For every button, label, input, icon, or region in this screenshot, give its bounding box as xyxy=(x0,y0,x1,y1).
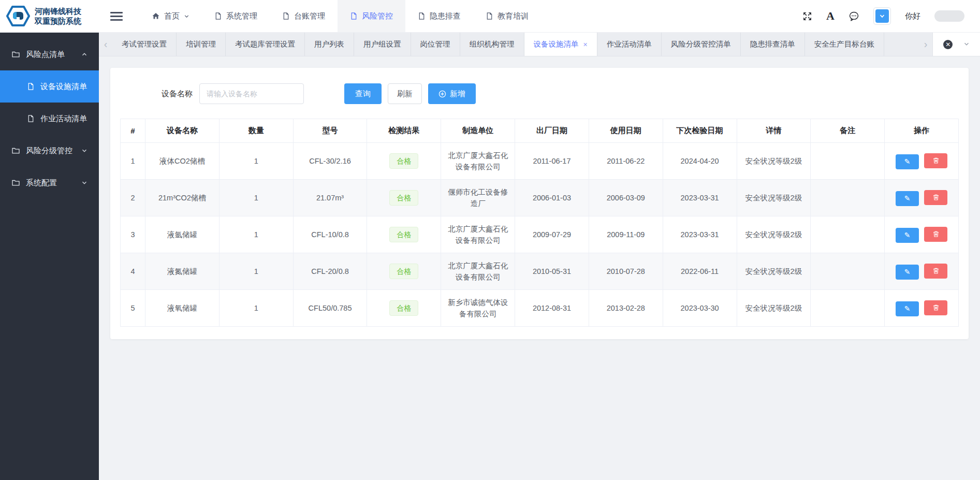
nav-home[interactable]: 首页 xyxy=(139,0,202,32)
sidebar-group-label: 系统配置 xyxy=(26,178,57,188)
cell-index: 4 xyxy=(121,253,145,290)
add-button[interactable]: 新增 xyxy=(428,83,476,104)
tab-actions: ✕ xyxy=(932,33,980,56)
top-bar: 河南锋线科技 双重预防系统 首页 系统管理 台账管理 xyxy=(0,0,980,33)
edit-button[interactable]: ✎ xyxy=(896,301,919,316)
tab-hazard-inspection-list[interactable]: 隐患排查清单 xyxy=(741,33,805,56)
nav-education-training[interactable]: 教育培训 xyxy=(473,0,541,32)
tab-work-activity-list[interactable]: 作业活动清单 xyxy=(597,33,662,56)
sidebar-item-equipment-facility-list[interactable]: 设备设施清单 xyxy=(0,70,99,103)
edit-button[interactable]: ✎ xyxy=(896,228,919,243)
table-header-row: # 设备名称 数量 型号 检测结果 制造单位 出厂日期 使用日期 下次检验日期 … xyxy=(121,119,959,143)
sidebar-group-risk-point-list[interactable]: 风险点清单 xyxy=(0,38,99,70)
sidebar-item-label: 作业活动清单 xyxy=(40,114,87,124)
nav-system-management[interactable]: 系统管理 xyxy=(202,0,270,32)
file-icon xyxy=(27,114,35,123)
cell-factory-date: 2009-07-29 xyxy=(515,216,589,253)
cell-factory-date: 2006-01-03 xyxy=(515,180,589,216)
font-size-icon[interactable]: A xyxy=(826,9,835,23)
cell-test-result: 合格 xyxy=(367,216,441,253)
app-title: 河南锋线科技 双重预防系统 xyxy=(35,6,81,26)
cell-quantity: 1 xyxy=(219,216,293,253)
table-row: 4 液氮储罐 1 CFL-20/0.8 合格 北京广厦大鑫石化设备有限公司 20… xyxy=(121,253,959,290)
tab-position-management[interactable]: 岗位管理 xyxy=(411,33,460,56)
tab-user-group[interactable]: 用户组设置 xyxy=(354,33,411,56)
nav-label: 风险管控 xyxy=(362,11,393,21)
pencil-icon: ✎ xyxy=(904,157,911,166)
tab-equipment-facility-list[interactable]: 设备设施清单 × xyxy=(524,33,597,56)
cell-detail: 安全状况等级2级 xyxy=(737,143,811,180)
delete-button[interactable] xyxy=(924,300,947,315)
device-name-input[interactable] xyxy=(199,83,304,104)
filter-row: 设备名称 查询 刷新 新增 xyxy=(162,83,959,104)
cell-quantity: 1 xyxy=(219,290,293,327)
tab-exam-management[interactable]: 考试管理设置 xyxy=(112,33,177,56)
close-all-tabs-icon[interactable]: ✕ xyxy=(943,40,953,49)
chevron-down-icon xyxy=(81,147,87,155)
refresh-button[interactable]: 刷新 xyxy=(388,83,422,104)
search-button[interactable]: 查询 xyxy=(344,83,382,104)
cell-operations: ✎ xyxy=(885,216,959,253)
tab-scroll-right-icon[interactable]: › xyxy=(919,33,932,56)
edit-button[interactable]: ✎ xyxy=(896,154,919,169)
col-detail: 详情 xyxy=(737,119,811,143)
trash-icon xyxy=(932,157,940,164)
nav-hazard-inspection[interactable]: 隐患排查 xyxy=(405,0,473,32)
app-logo: 河南锋线科技 双重预防系统 xyxy=(0,5,99,27)
tab-user-list[interactable]: 用户列表 xyxy=(305,33,354,56)
nav-ledger-management[interactable]: 台账管理 xyxy=(270,0,338,32)
folder-icon xyxy=(11,147,20,155)
edit-button[interactable]: ✎ xyxy=(896,265,919,280)
nav-label: 首页 xyxy=(164,11,180,21)
nav-risk-control[interactable]: 风险管控 xyxy=(338,0,405,32)
chevron-up-icon xyxy=(81,50,87,59)
sidebar-group-risk-grading-control[interactable]: 风险分级管控 xyxy=(0,135,99,167)
content-area: 设备名称 查询 刷新 新增 xyxy=(99,56,980,480)
status-badge: 合格 xyxy=(389,300,418,316)
delete-button[interactable] xyxy=(924,153,947,168)
file-icon xyxy=(214,12,222,20)
tab-org-management[interactable]: 组织机构管理 xyxy=(460,33,524,56)
tab-risk-grading-list[interactable]: 风险分级管控清单 xyxy=(662,33,741,56)
file-icon xyxy=(27,82,35,91)
cell-test-result: 合格 xyxy=(367,143,441,180)
cell-index: 5 xyxy=(121,290,145,327)
cell-operations: ✎ xyxy=(885,180,959,216)
message-icon[interactable] xyxy=(849,11,859,22)
folder-icon xyxy=(11,179,20,187)
nav-label: 隐患排查 xyxy=(430,11,461,21)
cell-remark xyxy=(811,143,885,180)
cell-model: CFL-10/0.8 xyxy=(293,216,367,253)
sidebar-group-system-config[interactable]: 系统配置 xyxy=(0,167,99,199)
cell-test-result: 合格 xyxy=(367,180,441,216)
username-redacted xyxy=(934,10,964,22)
cell-detail: 安全状况等级2级 xyxy=(737,180,811,216)
delete-button[interactable] xyxy=(924,190,947,205)
fullscreen-icon[interactable] xyxy=(802,11,812,21)
tab-training-management[interactable]: 培训管理 xyxy=(177,33,226,56)
col-quantity: 数量 xyxy=(219,119,293,143)
edit-button[interactable]: ✎ xyxy=(896,191,919,206)
table-row: 3 液氩储罐 1 CFL-10/0.8 合格 北京广厦大鑫石化设备有限公司 20… xyxy=(121,216,959,253)
cell-operations: ✎ xyxy=(885,143,959,180)
tab-safety-target-ledger[interactable]: 安全生产目标台账 xyxy=(805,33,884,56)
menu-toggle-icon[interactable] xyxy=(110,12,123,21)
cell-quantity: 1 xyxy=(219,180,293,216)
chevron-down-icon[interactable] xyxy=(963,40,970,49)
user-dropdown[interactable] xyxy=(873,7,891,25)
cell-index: 3 xyxy=(121,216,145,253)
nav-label: 教育培训 xyxy=(498,11,529,21)
tab-scroll-left-icon[interactable]: ‹ xyxy=(99,33,112,56)
tab-bar: ‹ 考试管理设置 培训管理 考试题库管理设置 用户列表 用户组设置 岗位管理 组… xyxy=(99,33,980,56)
cell-remark xyxy=(811,253,885,290)
col-test-result: 检测结果 xyxy=(367,119,441,143)
cell-model: CFL-30/2.16 xyxy=(293,143,367,180)
home-icon xyxy=(152,12,160,20)
tab-question-bank[interactable]: 考试题库管理设置 xyxy=(226,33,305,56)
delete-button[interactable] xyxy=(924,264,947,279)
delete-button[interactable] xyxy=(924,227,947,242)
cell-remark xyxy=(811,216,885,253)
close-icon[interactable]: × xyxy=(583,40,588,49)
file-icon xyxy=(418,12,426,20)
sidebar-item-work-activity-list[interactable]: 作业活动清单 xyxy=(0,103,99,135)
